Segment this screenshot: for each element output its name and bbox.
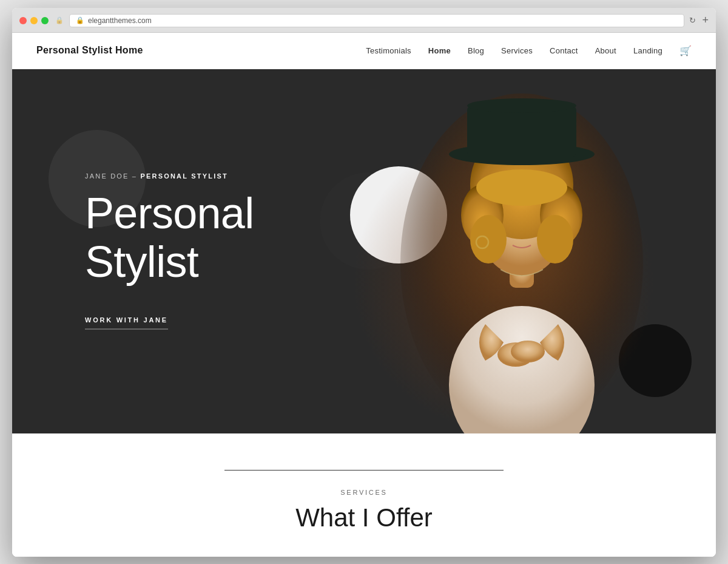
nav-menu: Testimonials Home Blog Services Contact … [366, 45, 692, 56]
nav-item-services[interactable]: Services [501, 45, 533, 56]
refresh-icon[interactable]: ↻ [689, 16, 696, 25]
nav-link-testimonials[interactable]: Testimonials [366, 46, 411, 55]
minimize-button[interactable] [30, 17, 38, 24]
nav-item-blog[interactable]: Blog [468, 45, 484, 56]
maximize-button[interactable] [41, 17, 49, 24]
website-content: Personal Stylist Home Testimonials Home … [12, 33, 716, 557]
close-button[interactable] [19, 17, 27, 24]
navbar: Personal Stylist Home Testimonials Home … [12, 33, 716, 69]
lock-icon: 🔒 [76, 16, 84, 24]
nav-link-home[interactable]: Home [428, 46, 451, 55]
services-title: What I Offer [36, 503, 692, 532]
hero-section: JANE DOE – PERSONAL STYLIST Personal Sty… [12, 69, 716, 433]
nav-item-about[interactable]: About [595, 45, 616, 56]
hero-title-line1: Personal [85, 189, 254, 237]
browser-toolbar: 🔒 🔒 elegantthemes.com ↻ [55, 14, 696, 27]
services-section: SERVICES What I Offer [12, 433, 716, 557]
hero-content: JANE DOE – PERSONAL STYLIST Personal Sty… [12, 69, 716, 433]
hero-subtitle-bold: PERSONAL STYLIST [140, 172, 228, 180]
url-text: elegantthemes.com [88, 16, 152, 25]
cart-icon[interactable]: 🛒 [679, 46, 692, 56]
services-divider [224, 470, 504, 471]
traffic-lights [19, 17, 49, 24]
hero-title-line2: Stylist [85, 237, 198, 286]
nav-link-blog[interactable]: Blog [468, 46, 484, 55]
nav-item-landing[interactable]: Landing [633, 45, 662, 56]
new-tab-button[interactable]: + [702, 14, 709, 27]
hero-title: Personal Stylist [85, 189, 716, 285]
browser-chrome: 🔒 🔒 elegantthemes.com ↻ + [12, 8, 716, 33]
security-icon: 🔒 [55, 16, 64, 25]
services-label: SERVICES [36, 489, 692, 496]
url-bar[interactable]: 🔒 elegantthemes.com [69, 14, 684, 27]
site-brand[interactable]: Personal Stylist Home [36, 45, 143, 56]
nav-item-home[interactable]: Home [428, 45, 451, 56]
hero-subtitle-plain: JANE DOE – [85, 172, 137, 180]
nav-link-landing[interactable]: Landing [633, 46, 662, 55]
nav-link-services[interactable]: Services [501, 46, 533, 55]
nav-link-about[interactable]: About [595, 46, 616, 55]
nav-item-contact[interactable]: Contact [550, 45, 578, 56]
nav-link-contact[interactable]: Contact [550, 46, 578, 55]
nav-item-cart[interactable]: 🛒 [679, 45, 692, 56]
hero-subtitle: JANE DOE – PERSONAL STYLIST [85, 172, 716, 180]
hero-cta-button[interactable]: WORK WITH JANE [85, 316, 168, 330]
nav-item-testimonials[interactable]: Testimonials [366, 45, 411, 56]
browser-window: 🔒 🔒 elegantthemes.com ↻ + Personal Styli… [12, 8, 716, 557]
